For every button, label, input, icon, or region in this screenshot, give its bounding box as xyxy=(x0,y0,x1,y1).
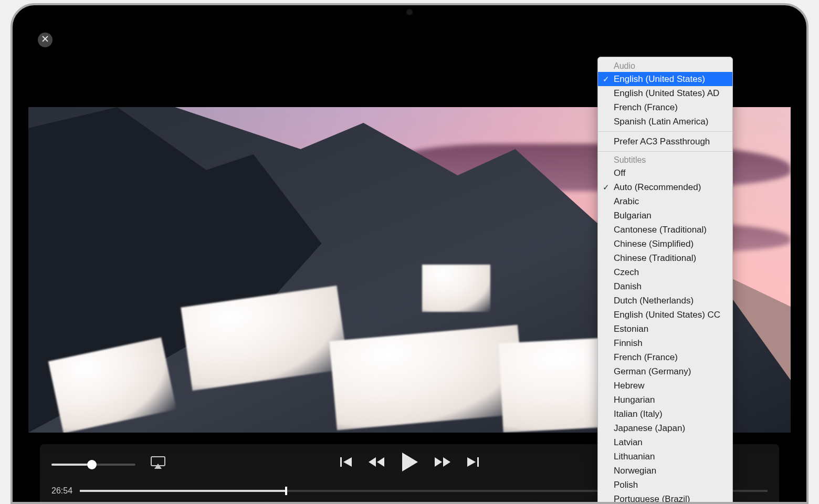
volume-slider[interactable] xyxy=(51,460,135,469)
menu-item-label: Chinese (Traditional) xyxy=(614,253,696,263)
menu-item-label: Auto (Recommended) xyxy=(614,182,701,192)
player-screen: 26:54 Audio ✓English (United States)Engl… xyxy=(28,23,791,502)
subtitle-option[interactable]: Estonian xyxy=(598,322,732,336)
menu-item-label: Bulgarian xyxy=(614,211,652,220)
svg-marker-11 xyxy=(402,453,418,471)
snow-patch xyxy=(422,265,490,312)
rewind-button[interactable] xyxy=(368,455,385,471)
menu-item-label: French (France) xyxy=(614,102,678,112)
menu-item-label: Hebrew xyxy=(614,381,645,391)
subtitle-option[interactable]: French (France) xyxy=(598,350,732,364)
snow-patch xyxy=(329,325,525,430)
volume-fill xyxy=(51,464,92,466)
rewind-icon xyxy=(368,455,385,471)
check-icon: ✓ xyxy=(603,74,610,85)
menu-item-label: Arabic xyxy=(614,196,639,206)
menu-item-label: Portuguese (Brazil) xyxy=(614,494,690,504)
subtitle-option[interactable]: Chinese (Simplified) xyxy=(598,237,732,251)
progress-fill xyxy=(80,490,286,492)
airplay-icon xyxy=(150,462,166,471)
audio-option[interactable]: English (United States) AD xyxy=(598,86,732,100)
subtitle-option[interactable]: Japanese (Japan) xyxy=(598,421,732,435)
subtitle-option[interactable]: German (Germany) xyxy=(598,364,732,379)
subtitle-option[interactable]: Off xyxy=(598,166,732,180)
menu-item-label: Japanese (Japan) xyxy=(614,423,685,433)
fast-forward-button[interactable] xyxy=(434,455,452,471)
menu-item-label: English (United States) xyxy=(614,74,705,84)
elapsed-time: 26:54 xyxy=(51,486,72,496)
menu-item-label: Finnish xyxy=(614,338,643,348)
airplay-button[interactable] xyxy=(150,456,166,469)
svg-rect-15 xyxy=(477,457,479,467)
prev-track-button[interactable] xyxy=(339,455,353,471)
menu-item-label: Polish xyxy=(614,480,638,490)
menu-item-label: Off xyxy=(614,168,625,178)
menu-item-label: Prefer AC3 Passthrough xyxy=(614,136,710,146)
menu-item-label: Hungarian xyxy=(614,395,655,405)
subtitle-option[interactable]: Latvian xyxy=(598,435,732,449)
menu-item-label: English (United States) CC xyxy=(614,310,720,320)
svg-marker-10 xyxy=(377,457,384,467)
skip-back-icon xyxy=(339,455,353,471)
progress-knob[interactable] xyxy=(285,487,287,495)
menu-item-label: Norwegian xyxy=(614,466,656,476)
menu-item-label: Spanish (Latin America) xyxy=(614,117,708,127)
subtitle-option[interactable]: ✓Auto (Recommended) xyxy=(598,180,732,194)
close-button[interactable] xyxy=(38,33,52,47)
svg-rect-7 xyxy=(340,457,342,467)
laptop-bezel: 26:54 Audio ✓English (United States)Engl… xyxy=(10,3,808,504)
close-icon xyxy=(41,35,49,45)
svg-marker-8 xyxy=(343,457,352,467)
fast-forward-icon xyxy=(434,455,452,471)
audio-subtitles-menu[interactable]: Audio ✓English (United States)English (U… xyxy=(597,57,733,504)
audio-option[interactable]: ✓English (United States) xyxy=(598,72,732,86)
subtitle-option[interactable]: Finnish xyxy=(598,336,732,350)
svg-marker-14 xyxy=(467,457,476,467)
svg-marker-12 xyxy=(435,457,442,467)
audio-option[interactable]: French (France) xyxy=(598,100,732,114)
menu-item-label: Italian (Italy) xyxy=(614,409,663,419)
menu-item-label: German (Germany) xyxy=(614,366,691,376)
check-icon: ✓ xyxy=(603,182,610,193)
menu-item-label: French (France) xyxy=(614,352,678,362)
menu-item-label: Chinese (Simplified) xyxy=(614,239,694,249)
transport-controls xyxy=(339,452,480,475)
subtitle-option[interactable]: Portuguese (Brazil) xyxy=(598,492,732,504)
menu-item-label: Dutch (Netherlands) xyxy=(614,296,694,306)
camera-dot xyxy=(407,9,412,15)
subtitle-option[interactable]: Polish xyxy=(598,478,732,492)
subtitles-section-header: Subtitles xyxy=(598,154,732,166)
subtitle-option[interactable]: Cantonese (Traditional) xyxy=(598,223,732,237)
subtitle-option[interactable]: Czech xyxy=(598,265,732,279)
menu-item-label: English (United States) AD xyxy=(614,88,719,98)
subtitle-option[interactable]: Danish xyxy=(598,279,732,293)
menu-item-label: Cantonese (Traditional) xyxy=(614,225,707,235)
subtitle-option[interactable]: Dutch (Netherlands) xyxy=(598,293,732,308)
menu-item-label: Czech xyxy=(614,267,639,277)
play-button[interactable] xyxy=(400,452,419,475)
menu-separator xyxy=(598,131,732,132)
menu-item-label: Latvian xyxy=(614,437,643,447)
subtitle-option[interactable]: Bulgarian xyxy=(598,208,732,223)
subtitle-option[interactable]: Arabic xyxy=(598,194,732,208)
audio-section-header: Audio xyxy=(598,60,732,72)
play-icon xyxy=(400,452,419,475)
subtitle-option[interactable]: Lithuanian xyxy=(598,449,732,464)
subtitle-option[interactable]: Hungarian xyxy=(598,393,732,407)
subtitle-option[interactable]: Chinese (Traditional) xyxy=(598,251,732,265)
subtitle-option[interactable]: English (United States) CC xyxy=(598,308,732,322)
svg-marker-9 xyxy=(369,457,376,467)
svg-marker-13 xyxy=(443,457,450,467)
menu-item-label: Lithuanian xyxy=(614,452,655,461)
menu-item-label: Danish xyxy=(614,281,642,291)
menu-separator xyxy=(598,151,732,152)
next-track-button[interactable] xyxy=(466,455,480,471)
menu-item-label: Estonian xyxy=(614,324,648,334)
subtitle-option[interactable]: Hebrew xyxy=(598,379,732,393)
audio-option[interactable]: Spanish (Latin America) xyxy=(598,114,732,129)
subtitle-option[interactable]: Norwegian xyxy=(598,464,732,478)
skip-forward-icon xyxy=(466,455,480,471)
subtitle-option[interactable]: Italian (Italy) xyxy=(598,407,732,421)
prefer-ac3-option[interactable]: Prefer AC3 Passthrough xyxy=(598,134,732,149)
volume-knob[interactable] xyxy=(87,460,97,469)
